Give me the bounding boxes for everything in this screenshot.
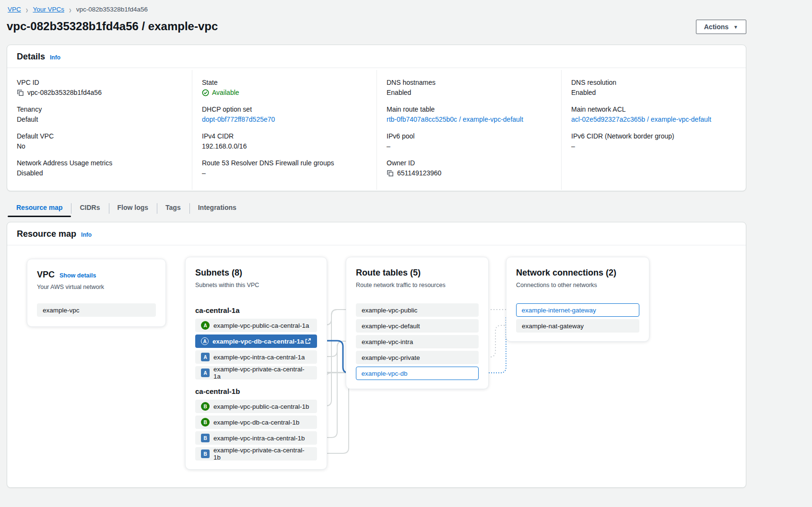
field-label: Main network ACL — [571, 104, 736, 114]
copy-icon[interactable] — [17, 89, 24, 96]
subnet-item[interactable]: A example-vpc-intra-ca-central-1a — [195, 350, 317, 364]
show-details-link[interactable]: Show details — [59, 272, 96, 279]
resource-map-canvas: VPC Show details Your AWS virtual networ… — [7, 245, 746, 487]
field-ipv6-pool: IPv6 pool – — [387, 131, 552, 151]
network-connections-card-subtitle: Connections to other networks — [516, 281, 639, 289]
field-network-address-usage: Network Address Usage metrics Disabled — [17, 158, 182, 178]
resource-map-title: Resource map — [17, 229, 76, 239]
network-connection-rows: example-internet-gateway example-nat-gat… — [516, 303, 639, 333]
subnet-item[interactable]: A example-vpc-private-ca-central-1a — [195, 366, 317, 380]
az-b-private-badge-icon: B — [201, 434, 210, 442]
main-network-acl-link[interactable]: acl-02e5d92327a2c365b / example-vpc-defa… — [571, 115, 711, 124]
field-main-route-table: Main route table rtb-0fb7407a8cc525b0c /… — [387, 104, 552, 124]
network-connection-item[interactable]: example-nat-gateway — [516, 319, 639, 333]
subnets-card-subtitle: Subnets within this VPC — [195, 281, 317, 289]
field-label: Route 53 Resolver DNS Firewall rule grou… — [202, 158, 367, 168]
details-grid: VPC ID vpc-082b35328b1fd4a56 Tenancy Def… — [7, 68, 746, 191]
route-table-item[interactable]: example-vpc-default — [356, 319, 479, 333]
field-value-text: Default — [17, 115, 182, 124]
az-heading-ca-central-1b: ca-central-1b — [195, 387, 317, 396]
field-value-text: 651149123960 — [397, 168, 441, 178]
status-badge: Available — [202, 88, 239, 97]
page-title: vpc-082b35328b1fd4a56 / example-vpc — [7, 20, 746, 33]
route-table-item-label: example-vpc-private — [362, 354, 420, 361]
details-column-2: State Available DHCP option set dopt-0bf… — [192, 70, 377, 190]
page: VPC › Your VPCs › vpc-082b35328b1fd4a56 … — [0, 0, 812, 507]
network-connections-card: Network connections (2) Connections to o… — [506, 257, 649, 342]
external-link-icon[interactable] — [305, 338, 311, 345]
resource-map-panel: Resource map Info — [7, 222, 746, 488]
field-main-network-acl: Main network ACL acl-02e5d92327a2c365b /… — [571, 104, 736, 124]
subnet-group-1b: B example-vpc-public-ca-central-1b B exa… — [195, 400, 317, 461]
route-table-rows: example-vpc-public example-vpc-default e… — [356, 303, 479, 380]
field-value: Available — [202, 88, 367, 97]
field-state: State Available — [202, 78, 367, 97]
vpc-card-subtitle: Your AWS virtual network — [37, 283, 156, 291]
tab-tags[interactable]: Tags — [157, 200, 189, 216]
copy-icon[interactable] — [387, 170, 394, 177]
network-connection-item-highlighted[interactable]: example-internet-gateway — [516, 303, 639, 317]
route-tables-card-title: Route tables (5) — [356, 267, 421, 278]
subnet-item[interactable]: B example-vpc-intra-ca-central-1b — [195, 431, 317, 445]
route-table-item-label: example-vpc-intra — [362, 338, 413, 346]
tab-integrations[interactable]: Integrations — [189, 200, 245, 216]
subnets-card: Subnets (8) Subnets within this VPC ca-c… — [185, 257, 327, 470]
route-table-item-highlighted[interactable]: example-vpc-db — [356, 367, 479, 380]
tab-resource-map[interactable]: Resource map — [8, 200, 71, 216]
field-value-text: vpc-082b35328b1fd4a56 — [27, 88, 102, 97]
field-value-text: Disabled — [17, 168, 182, 178]
field-label: Owner ID — [387, 158, 552, 168]
network-connection-item-label: example-internet-gateway — [522, 307, 596, 314]
field-label: Network Address Usage metrics — [17, 158, 182, 168]
field-value-text: Available — [212, 88, 239, 97]
vpc-item[interactable]: example-vpc — [37, 303, 156, 317]
dhcp-option-set-link[interactable]: dopt-0bf772ff87d525e70 — [202, 115, 275, 124]
route-table-item[interactable]: example-vpc-intra — [356, 335, 479, 348]
details-column-1: VPC ID vpc-082b35328b1fd4a56 Tenancy Def… — [7, 70, 192, 190]
field-value-text: 192.168.0.0/16 — [202, 141, 367, 151]
vpc-card: VPC Show details Your AWS virtual networ… — [27, 259, 166, 327]
field-label: DHCP option set — [202, 104, 367, 114]
actions-button[interactable]: Actions ▼ — [696, 20, 746, 34]
field-label: IPv6 pool — [387, 131, 552, 141]
field-value: 651149123960 — [387, 168, 552, 178]
resource-map-info-link[interactable]: Info — [81, 231, 92, 238]
subnet-item-label: example-vpc-intra-ca-central-1a — [213, 354, 305, 361]
tab-flow-logs[interactable]: Flow logs — [109, 200, 157, 216]
subnet-item-label: example-vpc-private-ca-central-1a — [213, 366, 311, 380]
field-value-text: Enabled — [571, 88, 736, 97]
subnet-item[interactable]: B example-vpc-private-ca-central-1b — [195, 447, 317, 461]
route-table-item[interactable]: example-vpc-private — [356, 351, 479, 364]
actions-button-label: Actions — [704, 23, 729, 31]
field-ipv4-cidr: IPv4 CIDR 192.168.0.0/16 — [202, 131, 367, 151]
details-panel: Details Info VPC ID vpc-082b35328b1fd4a5… — [7, 45, 746, 191]
az-b-private-badge-icon: B — [201, 449, 210, 458]
field-label: Default VPC — [17, 131, 182, 141]
tab-cidrs[interactable]: CIDRs — [71, 200, 108, 216]
az-b-public-badge-icon: B — [201, 418, 210, 426]
content: VPC › Your VPCs › vpc-082b35328b1fd4a56 … — [0, 0, 746, 488]
field-label: VPC ID — [17, 78, 182, 87]
field-value-text: No — [17, 141, 182, 151]
field-ipv6-cidr: IPv6 CIDR (Network border group) – — [571, 131, 736, 151]
subnet-item-label: example-vpc-public-ca-central-1a — [213, 322, 309, 329]
subnet-item[interactable]: B example-vpc-public-ca-central-1b — [195, 400, 317, 413]
route-table-item[interactable]: example-vpc-public — [356, 303, 479, 317]
az-a-private-badge-icon: A — [201, 353, 210, 361]
field-dhcp-option-set: DHCP option set dopt-0bf772ff87d525e70 — [202, 104, 367, 124]
network-connection-item-label: example-nat-gateway — [522, 323, 584, 330]
breadcrumb-link-vpc[interactable]: VPC — [8, 6, 21, 13]
subnet-item-label: example-vpc-public-ca-central-1b — [213, 403, 309, 410]
breadcrumb-link-your-vpcs[interactable]: Your VPCs — [33, 6, 64, 13]
field-default-vpc: Default VPC No — [17, 131, 182, 151]
subnet-item-selected[interactable]: A example-vpc-db-ca-central-1a — [195, 334, 317, 348]
subnet-item[interactable]: A example-vpc-public-ca-central-1a — [195, 319, 317, 332]
main-route-table-link[interactable]: rtb-0fb7407a8cc525b0c / example-vpc-defa… — [387, 115, 523, 124]
details-info-link[interactable]: Info — [50, 54, 60, 61]
subnet-item[interactable]: B example-vpc-db-ca-central-1b — [195, 415, 317, 429]
details-title: Details — [17, 52, 45, 62]
field-value-text: – — [571, 141, 736, 151]
route-tables-card-subtitle: Route network traffic to resources — [356, 281, 479, 289]
field-label: Tenancy — [17, 104, 182, 114]
route-tables-card: Route tables (5) Route network traffic t… — [346, 257, 489, 389]
